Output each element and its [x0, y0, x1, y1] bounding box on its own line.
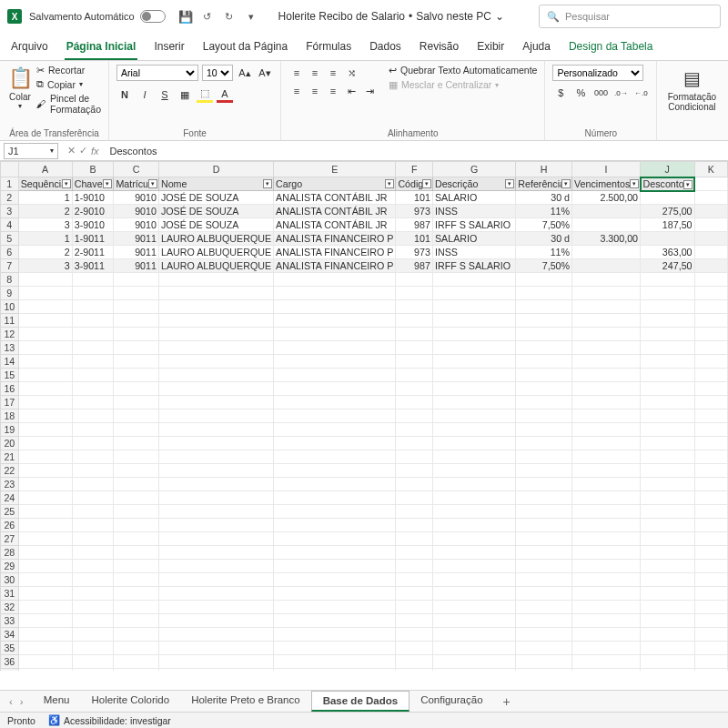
cell[interactable] [396, 355, 433, 369]
cell[interactable] [274, 560, 396, 573]
cell[interactable] [18, 437, 72, 450]
cell[interactable] [72, 505, 114, 519]
cell[interactable] [572, 300, 641, 314]
align-left-icon[interactable]: ≡ [288, 83, 305, 99]
undo-icon[interactable]: ↺ [200, 9, 215, 24]
cell[interactable] [114, 628, 159, 642]
table-header-chave[interactable]: Chave▾ [72, 177, 114, 191]
sheet-tab-holerite-colorido[interactable]: Holerite Colorido [80, 691, 180, 712]
cell[interactable] [18, 273, 72, 287]
next-sheet-icon[interactable]: › [20, 696, 24, 707]
cell[interactable] [572, 246, 641, 259]
cell[interactable] [114, 369, 159, 382]
cell[interactable] [72, 355, 114, 369]
cell[interactable] [572, 546, 641, 560]
align-bottom-icon[interactable]: ≡ [325, 65, 341, 81]
cell[interactable] [158, 478, 273, 491]
cell[interactable] [114, 287, 159, 300]
cell[interactable]: 987 [396, 218, 433, 232]
cell[interactable] [18, 396, 72, 410]
cell[interactable] [572, 450, 641, 464]
align-top-icon[interactable]: ≡ [288, 65, 305, 81]
cell[interactable] [396, 573, 433, 587]
column-header-B[interactable]: B [72, 162, 114, 177]
table-header-descrição[interactable]: Descrição▾ [432, 177, 515, 191]
cell[interactable] [641, 546, 694, 560]
row-header[interactable]: 18 [1, 410, 19, 423]
cell[interactable] [114, 355, 159, 369]
cell[interactable] [18, 287, 72, 300]
cell[interactable] [274, 341, 396, 355]
prev-sheet-icon[interactable]: ‹ [9, 696, 13, 707]
cell[interactable] [432, 287, 515, 300]
cell[interactable] [274, 628, 396, 642]
cell[interactable] [432, 546, 515, 560]
cell[interactable] [572, 519, 641, 532]
cell[interactable] [114, 505, 159, 519]
cell[interactable] [72, 532, 114, 546]
cell[interactable] [274, 478, 396, 491]
cell[interactable] [516, 437, 572, 450]
cell[interactable] [396, 560, 433, 573]
cell[interactable] [18, 669, 72, 672]
cell[interactable] [641, 532, 694, 546]
cell[interactable] [694, 369, 727, 382]
cell[interactable]: ANALISTA CONTÁBIL JR [274, 205, 396, 218]
column-header-I[interactable]: I [572, 162, 641, 177]
cell[interactable] [158, 410, 273, 423]
cell[interactable]: SALARIO [432, 191, 515, 205]
row-header[interactable]: 4 [1, 218, 19, 232]
cell[interactable] [432, 601, 515, 614]
row-header[interactable]: 2 [1, 191, 19, 205]
cell[interactable] [114, 437, 159, 450]
cell[interactable] [396, 328, 433, 341]
column-header-C[interactable]: C [114, 162, 159, 177]
column-header-K[interactable]: K [694, 162, 727, 177]
cell[interactable]: 9010 [114, 205, 159, 218]
cell[interactable] [694, 328, 727, 341]
cell[interactable] [18, 355, 72, 369]
cell[interactable]: 9011 [114, 259, 159, 273]
chevron-down-icon[interactable]: ▾ [7, 102, 33, 110]
cell[interactable] [274, 546, 396, 560]
cell[interactable] [18, 560, 72, 573]
cell[interactable] [396, 628, 433, 642]
cell[interactable] [694, 341, 727, 355]
table-header-matrícula[interactable]: Matrícula▾ [114, 177, 159, 191]
cell[interactable] [114, 669, 159, 672]
currency-icon[interactable]: $ [552, 85, 569, 101]
cell[interactable] [694, 396, 727, 410]
cell[interactable] [432, 341, 515, 355]
underline-button[interactable]: S [157, 86, 173, 103]
cell[interactable] [158, 573, 273, 587]
table-header-vencimentos[interactable]: Vencimentos▾ [572, 177, 641, 191]
cell[interactable] [72, 573, 114, 587]
cell[interactable] [641, 396, 694, 410]
cell[interactable]: 2-9011 [72, 246, 114, 259]
autosave-toggle[interactable]: Salvamento Automático [29, 10, 166, 23]
font-color-icon[interactable]: A [217, 86, 233, 103]
cell[interactable] [396, 546, 433, 560]
cell[interactable]: 2-9010 [72, 205, 114, 218]
cell[interactable] [572, 478, 641, 491]
cell[interactable] [158, 369, 273, 382]
cell[interactable] [72, 382, 114, 396]
cell[interactable] [516, 328, 572, 341]
cell[interactable] [641, 464, 694, 478]
cell[interactable] [114, 532, 159, 546]
cell[interactable] [516, 642, 572, 655]
increase-decimal-icon[interactable]: .0→ [612, 85, 629, 101]
column-header-D[interactable]: D [158, 162, 273, 177]
toggle-switch-icon[interactable] [140, 10, 166, 23]
cell[interactable] [158, 423, 273, 437]
cell[interactable] [516, 614, 572, 628]
cell[interactable] [432, 642, 515, 655]
cell[interactable] [158, 273, 273, 287]
cell[interactable] [274, 382, 396, 396]
cell[interactable] [516, 628, 572, 642]
cell[interactable]: 1-9011 [72, 232, 114, 246]
chevron-down-icon[interactable]: ⌄ [495, 10, 504, 23]
cell[interactable] [694, 355, 727, 369]
cell[interactable] [274, 587, 396, 601]
cell[interactable] [641, 437, 694, 450]
